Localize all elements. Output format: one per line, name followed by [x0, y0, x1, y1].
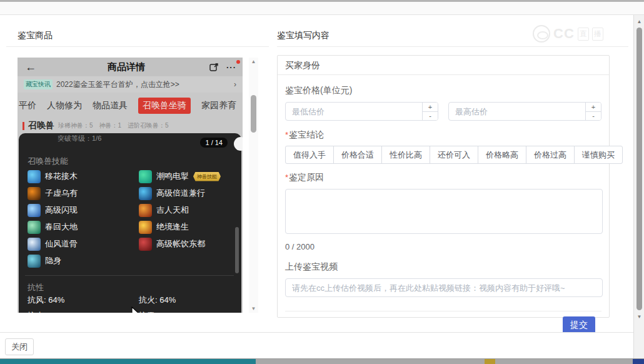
reason-label: *鉴定原因: [285, 172, 601, 183]
scrollbar-down-icon[interactable]: ▼: [634, 314, 644, 320]
tab-物品道具[interactable]: 物品道具: [93, 100, 128, 111]
resist-list: 抗风: 64%抗火: 64%抗水: 64%抗雷: 77.4%: [28, 295, 234, 313]
overlay-divider: [25, 275, 234, 276]
resist-value: 抗雷: 77.4%: [139, 310, 234, 313]
tab-平价[interactable]: 平价: [19, 100, 36, 111]
skill-item: 潮鸣电掣神兽技能: [139, 169, 234, 183]
buyer-identity-header: 买家身份: [278, 56, 609, 75]
conclusion-option-谨慎购买[interactable]: 谨慎购买: [574, 146, 623, 164]
skill-icon: [139, 170, 152, 183]
right-divider: [277, 46, 628, 47]
skill-name: 绝境逢生: [156, 221, 189, 233]
skill-item: 绝境逢生: [139, 220, 234, 234]
back-arrow-icon[interactable]: ←: [18, 61, 55, 74]
skill-item: 高级闪现: [28, 203, 139, 217]
close-button[interactable]: 关闭: [5, 338, 34, 355]
skill-item: 高级倍道兼行: [139, 186, 234, 200]
section-name: 召唤兽: [28, 120, 54, 131]
skill-name: 春回大地: [45, 221, 78, 233]
banner-text: 2022鎏金玉釜平台首炉，点击立抢>>: [56, 79, 230, 90]
video-link-input[interactable]: [285, 278, 603, 297]
browser-scrollbar-thumb[interactable]: [636, 28, 642, 310]
reason-textarea[interactable]: [285, 189, 603, 234]
conclusion-label: *鉴宝结论: [285, 129, 601, 141]
char-counter: 0 / 2000: [285, 242, 601, 251]
category-tabs: 平价人物修为物品道具召唤兽坐骑家园养育外观: [18, 93, 243, 119]
popup-scrollbar-thumb[interactable]: [235, 227, 239, 273]
skill-name: 仙风道骨: [45, 238, 78, 250]
conclusion-option-还价可入[interactable]: 还价可入: [430, 146, 478, 164]
video-progress-bar[interactable]: [0, 358, 644, 364]
max-price-input[interactable]: [449, 103, 585, 120]
section-marker: [23, 122, 24, 130]
more-icon[interactable]: ···: [226, 63, 236, 72]
skill-name: 高级帐饮东都: [156, 238, 205, 250]
skill-name: 高级倍道兼行: [156, 188, 205, 199]
scrollbar-up-icon[interactable]: ▲: [634, 19, 644, 24]
submit-button[interactable]: 提交: [563, 316, 595, 334]
conclusion-option-价格过高[interactable]: 价格过高: [526, 146, 575, 164]
scroll-down-icon[interactable]: ▼: [249, 306, 258, 311]
resist-value: 抗风: 64%: [28, 295, 139, 306]
min-price-decrease-button[interactable]: -: [423, 112, 438, 121]
watermark-cc-text: CC: [553, 26, 575, 42]
min-price-increase-button[interactable]: +: [423, 103, 438, 112]
skill-icon: [28, 187, 41, 200]
skill-name: 隐身: [45, 255, 61, 266]
resist-value: 抗火: 64%: [139, 295, 234, 306]
resist-title: 抗性: [28, 282, 44, 293]
progress-marker: [485, 359, 495, 364]
skill-item: 子虚乌有: [28, 186, 139, 200]
skill-name: 子虚乌有: [45, 188, 78, 199]
product-detail-screenshot[interactable]: ← 商品详情 ··· 藏宝快讯 2022鎏金玉釜平台首炉，点击立抢>> › 平价…: [18, 58, 243, 313]
progress-played-segment: [0, 359, 256, 364]
panel-scrollbar[interactable]: ▲ ▼: [249, 58, 258, 313]
share-icon[interactable]: [209, 63, 219, 72]
skill-name: 吉人天相: [156, 205, 189, 216]
next-image-button[interactable]: [234, 137, 243, 151]
right-panel-title: 鉴宝填写内容: [277, 30, 330, 41]
skill-icon: [139, 187, 152, 200]
max-price-increase-button[interactable]: +: [586, 103, 601, 112]
tab-家园养育[interactable]: 家园养育: [201, 100, 236, 111]
skill-list: 移花接木潮鸣电掣神兽技能子虚乌有高级倍道兼行高级闪现吉人天相春回大地绝境逢生仙风…: [28, 169, 234, 268]
conclusion-option-价格合适[interactable]: 价格合适: [333, 146, 382, 164]
phone-title: 商品详情: [55, 61, 198, 73]
skill-item: 移花接木: [28, 169, 139, 183]
min-price-input[interactable]: [286, 103, 422, 120]
banner-tag: 藏宝快讯: [24, 79, 53, 89]
skill-icon: [139, 204, 152, 217]
progress-end-segment: [633, 359, 644, 364]
watermark-char-1: 直: [578, 28, 589, 41]
min-price-field: + -: [285, 102, 438, 121]
tab-召唤兽坐骑[interactable]: 召唤兽坐骑: [138, 98, 191, 114]
skill-icon: [28, 221, 41, 234]
browser-scrollbar[interactable]: ▲ ▼: [633, 15, 644, 358]
skill-badge: 神兽技能: [193, 172, 221, 181]
banner-arrow-icon: ›: [234, 80, 236, 89]
max-price-decrease-button[interactable]: -: [586, 112, 601, 121]
image-counter-badge: 1 / 14: [200, 138, 228, 148]
skill-icon: [28, 238, 41, 251]
skill-name: 移花接木: [45, 171, 78, 182]
dialog-footer: 关闭: [0, 332, 644, 358]
break-level-text: 突破等级：1/6: [58, 134, 101, 143]
scroll-up-icon[interactable]: ▲: [249, 59, 258, 64]
conclusion-option-价格略高[interactable]: 价格略高: [478, 146, 526, 164]
skill-item: 隐身: [28, 254, 139, 268]
skill-icon: [28, 170, 41, 183]
cc-logo-icon: [533, 25, 550, 43]
panel-scrollbar-thumb[interactable]: [251, 95, 256, 133]
skill-item: 吉人天相: [139, 203, 234, 217]
skill-name: 潮鸣电掣: [156, 171, 189, 182]
skill-icon: [28, 255, 41, 268]
left-panel-title: 鉴宝商品: [18, 30, 53, 41]
conclusion-option-值得入手[interactable]: 值得入手: [285, 146, 334, 164]
mouse-cursor: [131, 306, 141, 313]
max-price-field: + -: [448, 102, 601, 121]
tab-人物修为[interactable]: 人物修为: [47, 100, 82, 111]
promo-banner[interactable]: 藏宝快讯 2022鎏金玉釜平台首炉，点击立抢>> ›: [18, 76, 243, 93]
conclusion-option-性价比高[interactable]: 性价比高: [381, 146, 430, 164]
skill-name: 高级闪现: [45, 205, 78, 216]
section-summary: 珍稀神兽：5 神兽：1 进阶召唤兽：5: [58, 121, 169, 130]
